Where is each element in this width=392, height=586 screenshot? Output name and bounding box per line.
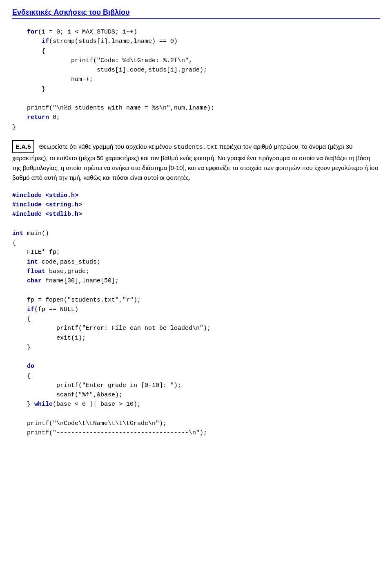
code-line-9: printf("\n%d students with name = %s\n",… [12,103,380,113]
exercise-section: E.A.5 Θεωρείστε ότι κάθε γραμμή του αρχε… [12,140,380,183]
code-line-1: for(i = 0; i < MAX_STUDS; i++) [12,27,380,37]
fopen-line: fp = fopen("students.txt","r"); [12,295,380,305]
file-ptr: FILE* fp; [12,248,380,257]
code-line-6: num++; [12,75,380,84]
exercise-label: E.A.5 [12,140,34,153]
include-string: #include <string.h> [12,200,380,210]
printf-error: printf("Error: File can not be loaded\n"… [12,324,380,333]
printf-enter: printf("Enter grade in [0-10]: "); [12,381,380,390]
include-stdlib: #include <stdlib.h> [12,210,380,219]
main-decl: int main() [12,229,380,238]
exit-line: exit(1); [12,333,380,343]
blank-4 [12,409,380,419]
include-stdio: #include <stdio.h> [12,191,380,200]
code-line-4: printf("Code: %d\tGrade: %.2f\n", [12,56,380,65]
code-line-3: { [12,47,380,56]
do-line: do [12,362,380,371]
open-brace-if: { [12,314,380,324]
printf-dashes: printf("--------------------------------… [12,428,380,438]
open-brace-main: { [12,238,380,248]
code-line-8 [12,94,380,103]
while-line: } while(base < 0 || base > 10); [12,400,380,409]
exercise-filename: students.txt [174,144,218,151]
int-vars: int code,pass_studs; [12,257,380,267]
code-line-7: } [12,85,380,94]
top-code-block: for(i = 0; i < MAX_STUDS; i++) if(strcmp… [12,27,380,132]
open-brace-do: { [12,371,380,381]
code-line-10: return 0; [12,113,380,122]
float-vars: float base,grade; [12,267,380,276]
code-line-5: studs[i].code,studs[i].grade); [12,65,380,75]
if-null-line: if(fp == NULL) [12,305,380,314]
blank-1 [12,219,380,229]
code-line-11: } [12,123,380,132]
blank-3 [12,352,380,362]
bottom-code-block: #include <stdio.h> #include <string.h> #… [12,191,380,438]
blank-2 [12,286,380,295]
close-brace-if: } [12,343,380,352]
exercise-text-part1: Θεωρείστε ότι κάθε γραμμή του αρχείου κε… [38,143,174,150]
code-line-2: if(strcmp(studs[i].lname,lname) == 0) [12,37,380,46]
page-title: Ενδεικτικές Ασκήσεις του Βιβλίου [12,8,380,19]
scanf-line: scanf("%f",&base); [12,390,380,400]
printf-header: printf("\nCode\t\tName\t\t\tGrade\n"); [12,419,380,428]
char-vars: char fname[30],lname[50]; [12,276,380,286]
